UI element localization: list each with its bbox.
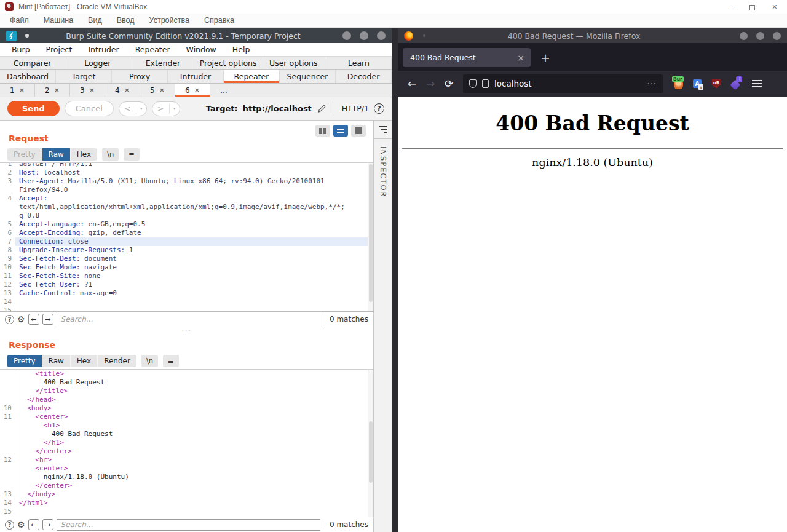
tab-comparer[interactable]: Comparer bbox=[0, 57, 65, 69]
search-next-button[interactable]: → bbox=[42, 519, 53, 530]
inspector-label[interactable]: INSPECTOR bbox=[379, 146, 387, 198]
help-icon[interactable]: ? bbox=[374, 103, 384, 114]
close-button[interactable]: × bbox=[772, 3, 777, 10]
reload-button[interactable]: ⟳ bbox=[441, 77, 457, 90]
layout-rows-button[interactable] bbox=[333, 125, 348, 137]
inspector-collapse-icon[interactable] bbox=[379, 126, 387, 133]
format-tab-hex[interactable]: Hex bbox=[71, 355, 98, 367]
burp-menu-item-2[interactable]: Intruder bbox=[80, 45, 127, 54]
new-tab-button[interactable]: + bbox=[540, 51, 550, 65]
tab-target[interactable]: Target bbox=[56, 70, 112, 83]
search-settings-gear-icon[interactable]: ⚙ bbox=[17, 520, 25, 530]
translate-extension-icon[interactable]: A a bbox=[692, 78, 703, 89]
burp-menu-item-3[interactable]: Repeater bbox=[127, 45, 178, 54]
history-forward-button[interactable]: > ▾ bbox=[152, 101, 180, 116]
send-button[interactable]: Send bbox=[7, 101, 60, 116]
restore-button[interactable] bbox=[749, 4, 756, 10]
close-button[interactable] bbox=[377, 31, 386, 40]
tab-dashboard[interactable]: Dashboard bbox=[0, 70, 56, 83]
editor-menu-button[interactable]: ≡ bbox=[124, 148, 140, 161]
tab-user-options[interactable]: User options bbox=[261, 57, 326, 69]
history-back-button[interactable]: < ▾ bbox=[119, 101, 147, 116]
edit-target-pencil-icon[interactable] bbox=[317, 104, 326, 114]
foxyproxy-extension-icon[interactable]: Bur bbox=[673, 78, 684, 89]
editor-menu-button[interactable]: ≡ bbox=[163, 355, 179, 367]
browser-tab[interactable]: 400 Bad Request × bbox=[403, 48, 531, 67]
host-menu-item-0[interactable]: Файл bbox=[2, 16, 36, 25]
search-prev-button[interactable]: ← bbox=[28, 314, 39, 325]
host-menu-item-4[interactable]: Устройства bbox=[142, 16, 197, 25]
request-search-input[interactable] bbox=[57, 314, 320, 325]
format-tab-render[interactable]: Render bbox=[98, 355, 136, 367]
url-bar[interactable]: localhost ··· bbox=[463, 74, 663, 93]
tab-decoder[interactable]: Decoder bbox=[336, 70, 392, 83]
format-tab-raw[interactable]: Raw bbox=[42, 148, 71, 161]
layout-single-button[interactable] bbox=[351, 125, 366, 137]
search-next-button[interactable]: → bbox=[42, 314, 53, 325]
response-scrollbar[interactable] bbox=[368, 370, 373, 517]
ublock-extension-icon[interactable]: uB bbox=[711, 78, 722, 89]
repeater-tab-more[interactable]: ... bbox=[210, 84, 237, 97]
chevron-down-icon[interactable]: ▾ bbox=[136, 106, 146, 111]
cancel-button[interactable]: Cancel bbox=[65, 101, 114, 116]
format-tab-raw[interactable]: Raw bbox=[42, 355, 71, 367]
response-editor[interactable]: <title> 400 Bad Request </title> </head>… bbox=[0, 369, 373, 517]
repeater-tab-4[interactable]: 4× bbox=[105, 84, 140, 97]
tab-close-icon[interactable]: × bbox=[19, 86, 25, 94]
search-help-icon[interactable]: ? bbox=[5, 315, 14, 324]
tab-close-icon[interactable]: × bbox=[124, 86, 130, 94]
format-tab-pretty[interactable]: Pretty bbox=[7, 148, 42, 161]
page-info-icon[interactable] bbox=[482, 79, 489, 88]
minimize-button[interactable] bbox=[740, 32, 748, 40]
maximize-button[interactable] bbox=[360, 31, 368, 40]
scrollbar-thumb[interactable] bbox=[369, 164, 373, 302]
maximize-button[interactable] bbox=[756, 32, 764, 40]
tab-intruder[interactable]: Intruder bbox=[168, 70, 224, 83]
forward-button[interactable]: → bbox=[422, 77, 438, 90]
repeater-tab-1[interactable]: 1× bbox=[0, 84, 35, 97]
repeater-tab-5[interactable]: 5× bbox=[140, 84, 175, 97]
menu-hamburger-icon[interactable] bbox=[752, 80, 762, 87]
panel-splitter-handle[interactable]: ··· bbox=[0, 327, 373, 335]
burp-menu-item-4[interactable]: Window bbox=[178, 45, 224, 54]
repeater-tab-2[interactable]: 2× bbox=[35, 84, 70, 97]
tab-sequencer[interactable]: Sequencer bbox=[280, 70, 336, 83]
chevron-down-icon[interactable]: ▾ bbox=[170, 106, 180, 111]
burp-menu-item-1[interactable]: Project bbox=[38, 45, 81, 54]
request-scrollbar[interactable] bbox=[368, 163, 373, 311]
response-search-input[interactable] bbox=[57, 519, 320, 531]
tab-close-icon[interactable]: × bbox=[194, 86, 200, 94]
burp-menu-item-0[interactable]: Burp bbox=[4, 45, 38, 54]
repeater-tab-6[interactable]: 6× bbox=[175, 84, 210, 97]
scrollbar-thumb[interactable] bbox=[369, 421, 373, 483]
tab-close-icon[interactable]: × bbox=[159, 86, 165, 94]
close-button[interactable] bbox=[773, 32, 781, 40]
host-menu-item-2[interactable]: Вид bbox=[81, 16, 109, 25]
inspector-sidebar[interactable]: INSPECTOR bbox=[373, 121, 392, 532]
back-button[interactable]: ← bbox=[404, 77, 420, 90]
tab-close-icon[interactable]: × bbox=[89, 86, 95, 94]
host-menu-item-3[interactable]: Ввод bbox=[109, 16, 142, 25]
tab-repeater[interactable]: Repeater bbox=[224, 70, 280, 83]
burp-titlebar[interactable]: Burp Suite Community Edition v2021.9.1 -… bbox=[0, 28, 392, 43]
tab-proxy[interactable]: Proxy bbox=[112, 70, 168, 83]
minimize-button[interactable]: – bbox=[729, 3, 734, 10]
tab-close-icon[interactable]: × bbox=[54, 86, 60, 94]
url-text[interactable]: localhost bbox=[494, 79, 642, 89]
tab-logger[interactable]: Logger bbox=[65, 57, 130, 69]
newline-toggle-button[interactable]: \n bbox=[141, 355, 158, 367]
containers-extension-icon[interactable]: 3 bbox=[730, 78, 741, 89]
minimize-button[interactable] bbox=[342, 31, 351, 40]
page-actions-dots-icon[interactable]: ··· bbox=[647, 79, 657, 89]
host-menu-item-5[interactable]: Справка bbox=[197, 16, 242, 25]
search-help-icon[interactable]: ? bbox=[5, 520, 14, 530]
firefox-titlebar[interactable]: 400 Bad Request — Mozilla Firefox bbox=[398, 28, 787, 43]
newline-toggle-button[interactable]: \n bbox=[102, 148, 119, 161]
format-tab-hex[interactable]: Hex bbox=[71, 148, 97, 161]
request-editor[interactable]: 1adsfGET / HTTP/1.12Host: localhost3User… bbox=[0, 162, 373, 311]
format-tab-pretty[interactable]: Pretty bbox=[7, 355, 42, 367]
protocol-label[interactable]: HTTP/1 bbox=[342, 104, 369, 113]
tab-learn[interactable]: Learn bbox=[326, 57, 392, 69]
burp-menu-item-5[interactable]: Help bbox=[224, 45, 258, 54]
search-settings-gear-icon[interactable]: ⚙ bbox=[17, 315, 25, 324]
